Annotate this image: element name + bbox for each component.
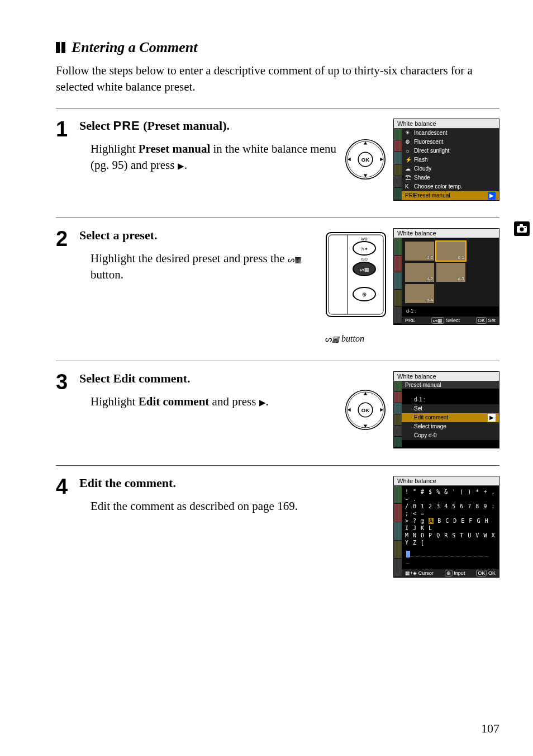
lcd-sub: Preset manual <box>402 381 499 389</box>
svg-text:?/✦: ?/✦ <box>360 247 368 252</box>
t: (Preset manual). <box>140 119 230 133</box>
svg-marker-25 <box>348 408 351 411</box>
lcd-menu-item: ⚙Fluorescent <box>402 138 499 147</box>
t: Edit comment <box>113 371 187 385</box>
t: . <box>266 395 269 408</box>
step-number: 2 <box>56 228 79 249</box>
step-1: 1 Select PRE (Preset manual). Highlight … <box>56 108 499 218</box>
lcd-thumb: d-0 <box>405 242 434 261</box>
step-number: 3 <box>56 371 79 393</box>
lcd-footer: ▦+◈ Cursor ⊕ Input OK OK <box>402 569 499 577</box>
step-text: Edit the comment as described on page 16… <box>79 498 388 514</box>
lcd-thumb: d-1 <box>436 242 465 261</box>
right-triangle-icon: ▶ <box>178 162 184 171</box>
t: button. <box>91 268 123 281</box>
q-grid-button-icon: ᔕ▦ <box>288 254 302 266</box>
section-title-text: Entering a Comment <box>72 39 197 55</box>
lcd-title: White balance <box>394 119 499 129</box>
svg-marker-5 <box>364 174 367 178</box>
svg-marker-24 <box>364 424 367 428</box>
camera-icon <box>514 221 530 236</box>
lcd-title: White balance <box>394 372 499 381</box>
svg-text:ISO: ISO <box>361 257 368 261</box>
svg-text:WB: WB <box>361 237 368 241</box>
svg-text:ᔕ▦: ᔕ▦ <box>360 267 369 272</box>
camera-lcd-screenshot: White balance Preset manual d-1 : <box>393 371 499 448</box>
lcd-title: White balance <box>394 476 499 486</box>
lcd-thumb: d-4 <box>405 284 434 303</box>
t: . <box>184 158 187 172</box>
lcd-info: d-1 : <box>402 306 499 316</box>
step-number: 4 <box>56 476 79 497</box>
lcd-menu-item: ⚡Flash <box>402 155 499 164</box>
step-number: 1 <box>56 119 79 140</box>
svg-rect-8 <box>326 233 386 316</box>
svg-marker-23 <box>364 392 367 395</box>
t: Select <box>79 119 113 133</box>
q-grid-button-icon: ᔕ▦ <box>325 334 339 343</box>
step-4: 4 Edit the comment. Edit the comment as … <box>56 465 499 594</box>
t: Highlight <box>91 142 139 155</box>
lcd-title: White balance <box>394 229 499 238</box>
svg-marker-7 <box>380 158 383 161</box>
button-caption: ᔕ▦ button <box>325 334 364 344</box>
camera-lcd-screenshot: White balance d-0d-1d-2d-3d-4 d-1 : <box>393 228 499 325</box>
lcd-thumb: d-2 <box>405 263 434 282</box>
lcd-menu-item: Edit comment▶ <box>402 413 499 422</box>
lcd-menu-item: Set <box>402 404 499 413</box>
step-heading: Select PRE (Preset manual). <box>79 119 337 133</box>
t: . <box>187 371 191 385</box>
svg-marker-26 <box>380 408 383 411</box>
section-bars-icon <box>56 40 67 57</box>
lcd-keyboard: ! " # $ % & ' ( ) * + , - ./ 0 1 2 3 4 5… <box>402 486 499 549</box>
camera-lcd-screenshot: White balance ☀Incandescent⚙Fluorescent☼… <box>393 119 499 201</box>
lcd-info: d-1 : <box>402 395 499 404</box>
svg-marker-6 <box>348 158 351 161</box>
camera-back-illustration: WB ?/✦ ISO ᔕ▦ ⊕ <box>325 228 387 318</box>
lcd-menu-item: Select image <box>402 422 499 431</box>
step-text: Highlight Preset manual in the white bal… <box>79 141 337 174</box>
lcd-menu-item: ☼Direct sunlight <box>402 147 499 155</box>
side-tab <box>511 215 533 243</box>
lcd-menu-item: ⛱Shade <box>402 173 499 182</box>
lcd-thumb: d-3 <box>436 263 465 282</box>
step-text: Highlight the desired preset and press t… <box>79 251 320 284</box>
multi-selector-icon: OK <box>343 388 388 432</box>
lcd-menu-item: KChoose color temp. <box>402 182 499 191</box>
t: Highlight <box>91 395 139 408</box>
step-heading: Edit the comment. <box>79 476 388 490</box>
t: PRE <box>113 119 140 133</box>
page-number: 107 <box>481 721 499 736</box>
step-text: Highlight Edit comment and press ▶. <box>79 394 337 410</box>
multi-selector-icon: OK <box>343 137 388 182</box>
t: Preset manual <box>139 142 211 155</box>
lcd-footer: PRE ᔕ▦ Select OK Set <box>402 316 499 324</box>
lcd-menu-item: ☀Incandescent <box>402 129 499 138</box>
svg-point-29 <box>520 228 524 231</box>
step-heading: Select Edit comment. <box>79 371 337 386</box>
svg-marker-4 <box>364 141 367 145</box>
svg-rect-28 <box>520 224 523 226</box>
step-2: 2 Select a preset. Highlight the desired… <box>56 218 499 361</box>
t: Highlight the desired preset and press t… <box>91 252 288 265</box>
step-3: 3 Select Edit comment. Highlight Edit co… <box>56 361 499 465</box>
svg-text:OK: OK <box>361 407 369 413</box>
t: Select <box>79 371 113 385</box>
lcd-menu-item: Copy d-0 <box>402 431 499 440</box>
svg-text:OK: OK <box>361 157 369 163</box>
section-title: Entering a Comment <box>56 39 499 57</box>
lcd-input-line: _ _ _ _ _ _ _ _ _ _ _ _ _ _ _ <box>402 549 499 566</box>
right-triangle-icon: ▶ <box>259 398 266 407</box>
t: Edit comment <box>139 395 210 408</box>
lcd-menu-item: PREPreset manual▶ <box>402 191 499 200</box>
step-heading: Select a preset. <box>79 228 320 243</box>
camera-lcd-screenshot: White balance ! " # $ % & ' ( ) * + , - … <box>393 476 499 578</box>
svg-point-30 <box>525 227 526 228</box>
intro-text: Follow the steps below to enter a descri… <box>56 63 499 96</box>
lcd-menu-item: ☁Cloudy <box>402 164 499 173</box>
svg-text:⊕: ⊕ <box>362 291 367 297</box>
t: and press <box>209 395 259 408</box>
